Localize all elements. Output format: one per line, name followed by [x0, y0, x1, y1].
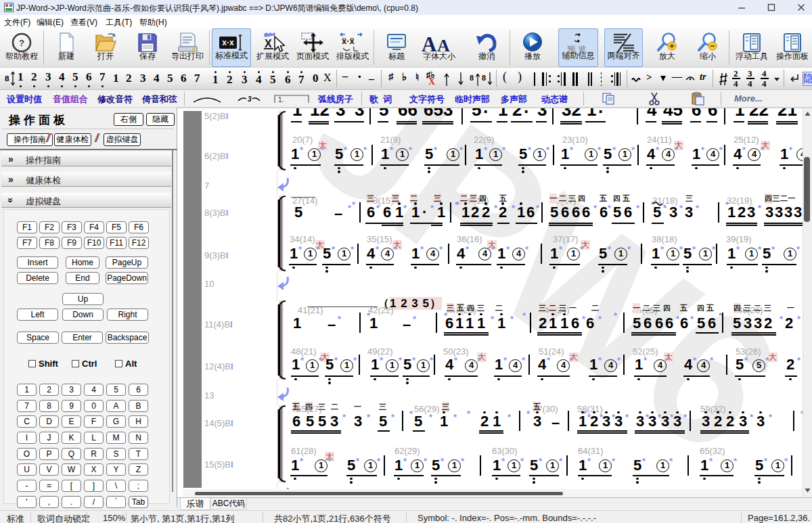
svg-text:1.: 1. [278, 96, 284, 104]
svg-text:JPW6: JPW6 [277, 108, 812, 493]
svg-text:3: 3 [248, 95, 252, 103]
svg-text:?: ? [19, 38, 24, 48]
svg-text:x·x: x·x [222, 38, 234, 47]
svg-text:X: X [265, 38, 272, 49]
svg-text:ẍ·ẍ: ẍ·ẍ [342, 36, 355, 46]
